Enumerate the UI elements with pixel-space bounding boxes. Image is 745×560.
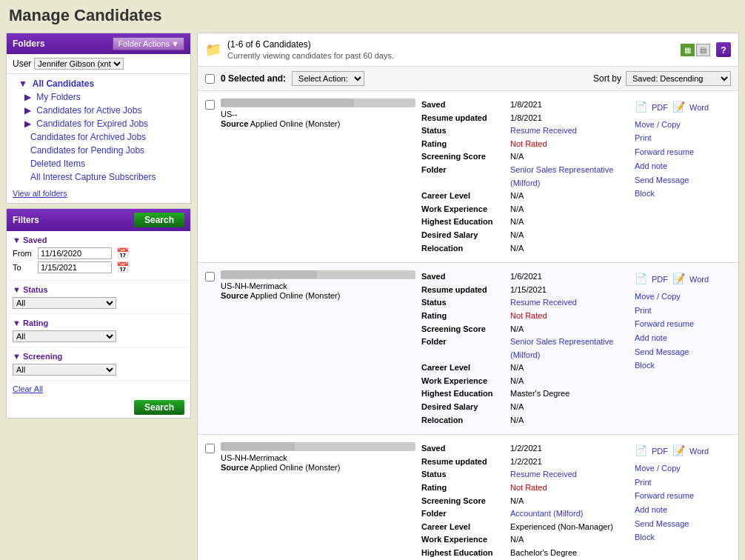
saved-from-row: From 📅	[13, 247, 184, 259]
folder-link[interactable]: Accountant (Milford)	[510, 507, 583, 521]
pdf-link[interactable]: PDF	[652, 444, 668, 459]
table-row: US-- Source Applied Online (Monster) Sav…	[198, 91, 738, 263]
status-link[interactable]: Resume Received	[510, 468, 577, 481]
content-header-left: 📁 (1-6 of 6 Candidates) Currently viewin…	[205, 39, 394, 60]
pdf-link[interactable]: PDF	[652, 101, 668, 115]
search-top-button[interactable]: Search	[134, 213, 184, 227]
block-link[interactable]: Block	[635, 187, 731, 201]
main-content: 📁 (1-6 of 6 Candidates) Currently viewin…	[197, 33, 739, 560]
rating-filter-title: ▼ Rating	[13, 319, 184, 327]
content-header-right: ▦ ▤ ?	[681, 42, 731, 57]
print-link[interactable]: Print	[635, 476, 731, 490]
status-link[interactable]: Resume Received	[510, 296, 577, 310]
filters-section: Filters Search ▼ Saved From 📅 To	[6, 208, 191, 419]
candidate-details: Saved1/2/2021 Resume updated1/2/2021 Sta…	[421, 442, 629, 560]
toolbar-row: 0 Selected and: Select Action: Sort by S…	[198, 67, 738, 91]
add-note-link[interactable]: Add note	[635, 503, 731, 517]
word-link[interactable]: Word	[689, 101, 709, 115]
screening-filter-title: ▼ Screening	[13, 352, 184, 361]
candidate-count: (1-6 of 6 Candidates)	[227, 39, 394, 50]
folders-label: Folders	[13, 39, 44, 49]
content-header-info: (1-6 of 6 Candidates) Currently viewing …	[227, 39, 394, 60]
forward-resume-link[interactable]: Forward resume	[635, 317, 731, 331]
forward-resume-link[interactable]: Forward resume	[635, 489, 731, 503]
sidebar-tree: ▼ All Candidates ▶ My Folders ▶ Candidat…	[7, 74, 190, 187]
candidate-location: US-NH-Merrimack	[221, 453, 415, 462]
forward-resume-link[interactable]: Forward resume	[635, 145, 731, 159]
folder-actions-button[interactable]: Folder Actions ▼	[113, 37, 184, 50]
action-icons-row: 📄 PDF 📝 Word	[635, 270, 731, 288]
rating-filter-group: ▼ Rating All 1 Star 2 Stars 3 Stars 4 St…	[7, 314, 190, 347]
sidebar-item-all-candidates[interactable]: ▼ All Candidates	[7, 77, 190, 90]
sidebar-item-pending-jobs[interactable]: Candidates for Pending Jobs	[7, 144, 190, 157]
table-row: US-NH-Merrimack Source Applied Online (M…	[198, 435, 738, 560]
sidebar-item-my-folders[interactable]: ▶ My Folders	[7, 90, 190, 104]
sidebar-item-archived-jobs[interactable]: Candidates for Archived Jobs	[7, 130, 190, 144]
block-link[interactable]: Block	[635, 530, 731, 544]
folder-link[interactable]: Senior Sales Representative (Milford)	[510, 164, 629, 190]
status-select[interactable]: All Resume Received In Review Rejected	[13, 297, 116, 309]
rating-select[interactable]: All 1 Star 2 Stars 3 Stars 4 Stars 5 Sta…	[13, 330, 116, 342]
filters-bottom: Search	[7, 397, 190, 418]
candidate-checkbox[interactable]	[205, 444, 215, 453]
grid-view-button[interactable]: ▦	[681, 44, 695, 56]
filters-header: Filters Search	[7, 209, 190, 231]
status-link[interactable]: Resume Received	[510, 124, 577, 138]
candidate-actions: 📄 PDF 📝 Word Move / Copy Print Forward r…	[635, 270, 731, 373]
search-bottom-button[interactable]: Search	[134, 400, 184, 415]
sidebar-item-interest-capture[interactable]: All Interest Capture Subscribers	[7, 170, 190, 184]
candidate-checkbox[interactable]	[205, 272, 215, 281]
view-all-folders-link[interactable]: View all folders	[7, 187, 190, 203]
pdf-icon: 📄	[635, 270, 647, 288]
move-copy-link[interactable]: Move / Copy	[635, 290, 731, 304]
select-all-checkbox[interactable]	[205, 74, 215, 84]
chevron-right-icon: ▶	[24, 105, 31, 116]
move-copy-link[interactable]: Move / Copy	[635, 118, 731, 132]
from-date-input[interactable]	[38, 247, 112, 259]
add-note-link[interactable]: Add note	[635, 331, 731, 345]
action-select[interactable]: Select Action:	[292, 71, 364, 86]
folder-link[interactable]: Senior Sales Representative (Milford)	[510, 336, 629, 361]
move-copy-link[interactable]: Move / Copy	[635, 461, 731, 476]
selected-count: 0 Selected and:	[221, 73, 286, 84]
action-icons-row: 📄 PDF 📝 Word	[635, 99, 731, 116]
candidate-location: US-NH-Merrimack	[221, 281, 415, 290]
chevron-down-icon: ▼	[19, 79, 27, 89]
calendar-icon[interactable]: 📅	[116, 261, 129, 273]
calendar-icon[interactable]: 📅	[116, 247, 129, 259]
sort-area: Sort by Saved: Descending	[593, 71, 731, 86]
screening-select[interactable]: All	[13, 364, 116, 376]
send-message-link[interactable]: Send Message	[635, 173, 731, 187]
word-link[interactable]: Word	[689, 444, 709, 459]
pdf-link[interactable]: PDF	[652, 273, 668, 287]
screening-filter-group: ▼ Screening All	[7, 347, 190, 381]
sidebar-item-expired-jobs[interactable]: ▶ Candidates for Expired Jobs	[7, 117, 190, 130]
viewing-text: Currently viewing candidates for past 60…	[227, 51, 394, 60]
block-link[interactable]: Block	[635, 359, 731, 373]
word-icon: 📝	[672, 442, 685, 460]
user-row: User Jennifer Gibson (xnt	[7, 54, 190, 74]
print-link[interactable]: Print	[635, 131, 731, 145]
candidate-actions: 📄 PDF 📝 Word Move / Copy Print Forward r…	[635, 99, 731, 201]
add-note-link[interactable]: Add note	[635, 159, 731, 173]
to-date-input[interactable]	[38, 261, 112, 273]
send-message-link[interactable]: Send Message	[635, 345, 731, 359]
sort-select[interactable]: Saved: Descending	[626, 71, 731, 86]
print-link[interactable]: Print	[635, 304, 731, 318]
chevron-down-icon: ▼	[171, 39, 179, 48]
candidate-checkbox[interactable]	[205, 100, 215, 110]
candidate-source: Source Applied Online (Monster)	[221, 291, 415, 300]
user-label: User	[13, 59, 31, 69]
list-view-button[interactable]: ▤	[696, 44, 710, 56]
user-select[interactable]: Jennifer Gibson (xnt	[34, 58, 124, 70]
help-button[interactable]: ?	[716, 42, 731, 57]
status-filter-title: ▼ Status	[13, 285, 184, 294]
clear-all-link[interactable]: Clear All	[7, 381, 190, 397]
candidate-details: Saved1/6/2021 Resume updated1/15/2021 St…	[421, 270, 629, 427]
word-link[interactable]: Word	[689, 273, 709, 287]
send-message-link[interactable]: Send Message	[635, 517, 731, 531]
candidate-actions: 📄 PDF 📝 Word Move / Copy Print Forward r…	[635, 442, 731, 544]
sidebar-item-deleted-items[interactable]: Deleted Items	[7, 157, 190, 170]
sidebar-item-active-jobs[interactable]: ▶ Candidates for Active Jobs	[7, 104, 190, 117]
candidate-source: Source Applied Online (Monster)	[221, 463, 415, 472]
